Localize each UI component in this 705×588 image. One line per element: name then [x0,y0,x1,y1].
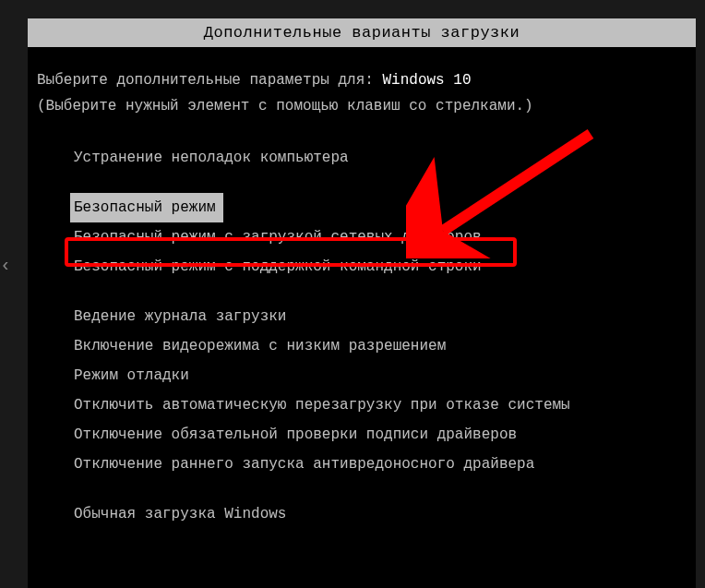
option-safe-mode-command[interactable]: Безопасный режим с поддержкой командной … [70,252,489,282]
options-list: Устранение неполадок компьютера Безопасн… [37,143,687,529]
os-name: Windows 10 [382,72,471,89]
boot-screen-frame: Дополнительные варианты загрузки Выберит… [28,18,696,588]
option-low-res-video[interactable]: Включение видеорежима с низким разрешени… [70,331,453,361]
hint-line: (Выберите нужный элемент с помощью клави… [37,95,687,117]
option-boot-logging[interactable]: Ведение журнала загрузки [70,302,293,331]
title-bar: Дополнительные варианты загрузки [28,18,696,47]
option-repair[interactable]: Устранение неполадок компьютера [70,143,356,173]
option-debug-mode[interactable]: Режим отладки [70,361,197,390]
header-prefix: Выберите дополнительные параметры для: [37,72,382,89]
title-text: Дополнительные варианты загрузки [204,24,520,42]
left-chevron-fragment: ‹ [0,257,11,275]
option-safe-mode[interactable]: Безопасный режим [70,193,223,222]
header-line: Выберите дополнительные параметры для: W… [37,69,687,91]
content-area: Выберите дополнительные параметры для: W… [28,47,696,529]
option-disable-driver-sig[interactable]: Отключение обязательной проверки подписи… [70,420,524,450]
option-disable-auto-restart[interactable]: Отключить автоматическую перезагрузку пр… [70,390,578,420]
option-normal-boot[interactable]: Обычная загрузка Windows [70,499,293,529]
option-safe-mode-networking[interactable]: Безопасный режим с загрузкой сетевых дра… [70,222,489,252]
option-disable-antimalware[interactable]: Отключение раннего запуска антивредоносн… [70,450,542,479]
